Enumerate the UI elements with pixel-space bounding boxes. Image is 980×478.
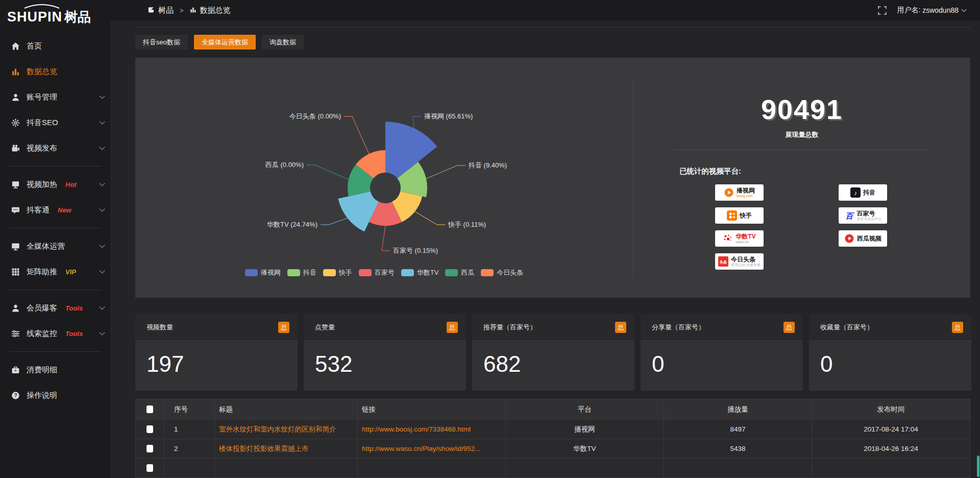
pie-label-0: 播视网 (65.61%)	[424, 112, 473, 120]
pie-label-line-3	[382, 226, 390, 251]
video-url-link[interactable]: http://www.wasu.cn/Play/show/id/952...	[362, 445, 481, 452]
pie-label-line-4	[321, 218, 348, 225]
chevron-down-icon	[99, 304, 105, 309]
total-badge[interactable]: 总	[447, 322, 458, 333]
legend-swatch	[401, 269, 414, 276]
chevron-down-icon	[99, 93, 105, 99]
video-title-link[interactable]: 楼体投影灯投影效果震撼上市	[219, 445, 309, 452]
platform-badge-3: 百百家号百家号原创平台	[839, 207, 887, 224]
rose-pie-chart: 播视网 (65.61%)抖音 (9.40%)快手 (0.11%)百家号 (0.1…	[135, 58, 633, 298]
sidebar-item-label: 消费明细	[27, 365, 57, 375]
video-url-link[interactable]: http://www.boosj.com/7338468.html	[362, 425, 471, 433]
legend-item-6[interactable]: 今日头条	[481, 268, 523, 277]
sidebar-item-9[interactable]: 会员爆客Tools	[0, 295, 110, 321]
row-checkbox[interactable]	[146, 445, 153, 452]
legend-label: 快手	[339, 268, 352, 277]
sidebar-item-11[interactable]: 消费明细	[0, 357, 110, 383]
row-checkbox[interactable]	[146, 464, 153, 472]
video-title-link[interactable]: 室外水纹灯和室内水纹灯的区别和简介	[219, 425, 336, 433]
pie-label-5: 西瓜 (0.00%)	[265, 161, 304, 169]
app-logo: SHUPIN树品	[0, 0, 110, 33]
user-menu[interactable]: 用户名: zswodun88	[897, 6, 966, 15]
cell-plays: 8497	[664, 420, 812, 439]
fullscreen-icon[interactable]	[878, 6, 887, 15]
summary-panel: 90491 展现量总数 已统计的视频平台: 播视网boosj.com♪抖音快手百…	[633, 58, 970, 298]
total-badge[interactable]: 总	[278, 322, 289, 333]
logo-text-en: SHUPIN	[7, 9, 62, 25]
breadcrumb-item-1[interactable]: 数据总览	[190, 6, 231, 15]
pie-label-line-1	[426, 165, 465, 179]
svg-text:?: ?	[14, 392, 17, 398]
sidebar-item-4[interactable]: 视频发布	[0, 135, 110, 161]
svg-text:百: 百	[845, 211, 854, 220]
total-badge[interactable]: 总	[615, 322, 626, 333]
chart-legend: 播视网抖音快手百家号华数TV西瓜今日头条	[135, 268, 633, 277]
cell-title: 室外水纹灯和室内水纹灯的区别和简介	[215, 420, 358, 439]
sidebar-item-label: 矩阵助推	[27, 267, 57, 277]
sidebar-item-0[interactable]: 首页	[0, 33, 110, 59]
legend-label: 百家号	[375, 268, 395, 277]
scrollbar-thumb[interactable]	[977, 456, 979, 477]
platform-sub: 你关心的,才是头条	[731, 263, 761, 267]
legend-item-5[interactable]: 西瓜	[445, 268, 474, 277]
total-badge[interactable]: 总	[952, 322, 963, 333]
sidebar-item-7[interactable]: 全媒体运营	[0, 233, 110, 259]
platform-name: 抖音	[863, 189, 875, 196]
stat-card-header: 推荐量（百家号）总	[472, 314, 634, 341]
col-header-5: 发布时间	[812, 399, 970, 420]
summary-divider	[674, 150, 929, 150]
platform-name: 百家号	[857, 210, 875, 217]
chat-icon	[11, 206, 20, 214]
legend-item-2[interactable]: 快手	[323, 268, 352, 277]
sidebar-item-label: 首页	[27, 41, 42, 51]
platform-name: 西瓜视频	[857, 235, 881, 242]
douyin-logo: ♪	[850, 187, 861, 198]
sidebar-item-2[interactable]: 账号管理	[0, 84, 110, 110]
sidebar-item-label: 数据总览	[27, 67, 57, 77]
sidebar-item-12[interactable]: ?操作说明	[0, 383, 110, 408]
wallet-icon	[11, 366, 20, 374]
sidebar: SHUPIN树品 首页数据总览账号管理抖音SEO视频发布视频加热Hot抖客通Ne…	[0, 0, 110, 478]
legend-item-0[interactable]: 播视网	[245, 268, 281, 277]
row-checkbox[interactable]	[146, 425, 153, 433]
tab-0[interactable]: 抖音seo数据	[135, 35, 188, 50]
total-badge[interactable]: 总	[783, 322, 795, 333]
table-row-2	[136, 459, 970, 478]
tab-1[interactable]: 全媒体运营数据	[194, 35, 256, 50]
legend-swatch	[323, 269, 336, 276]
breadcrumb: 树品>数据总览	[148, 6, 231, 15]
pie-label-line-6	[344, 116, 369, 154]
breadcrumb-item-0[interactable]: 树品	[148, 6, 174, 15]
video-camera-icon	[11, 144, 20, 153]
topbar-right: 用户名: zswodun88	[878, 6, 966, 15]
select-all-checkbox[interactable]	[146, 405, 153, 413]
sidebar-item-3[interactable]: 抖音SEO	[0, 110, 110, 135]
sidebar-item-1[interactable]: 数据总览	[0, 59, 110, 84]
main-area: 树品>数据总览 用户名: zswodun88 抖音seo数据全媒体运营数据询盘数…	[110, 0, 980, 478]
legend-item-3[interactable]: 百家号	[359, 268, 395, 277]
wasu-logo	[723, 233, 733, 244]
legend-item-1[interactable]: 抖音	[287, 268, 316, 277]
stat-card-value: 197	[135, 341, 298, 377]
row-select-cell	[136, 439, 164, 459]
sidebar-item-5[interactable]: 视频加热Hot	[0, 172, 110, 197]
sidebar-item-6[interactable]: 抖客通New	[0, 197, 110, 223]
chevron-down-icon	[962, 7, 967, 12]
sidebar-item-8[interactable]: 矩阵助推VIP	[0, 259, 110, 284]
cell-title: 楼体投影灯投影效果震撼上市	[215, 439, 358, 459]
cell-num	[164, 459, 215, 478]
tab-2[interactable]: 询盘数据	[262, 35, 304, 50]
pie-slice-4[interactable]	[338, 192, 379, 232]
sidebar-item-10[interactable]: 线索监控Tools	[0, 321, 110, 346]
sidebar-item-label: 视频发布	[27, 144, 57, 153]
row-select-cell	[136, 459, 164, 478]
breadcrumb-separator: >	[180, 7, 184, 14]
platform-badges: 播视网boosj.com♪抖音快手百百家号百家号原创平台华数TVwasu.cn西…	[715, 184, 970, 270]
stat-card-2: 推荐量（百家号）总682	[472, 314, 634, 391]
platform-badge-2: 快手	[715, 207, 764, 224]
username-value: zswodun88	[922, 6, 959, 14]
sidebar-item-badge: Tools	[65, 330, 83, 338]
pie-label-3: 百家号 (0.15%)	[393, 247, 438, 254]
legend-item-4[interactable]: 华数TV	[401, 268, 439, 277]
sidebar-item-label: 账号管理	[27, 92, 57, 102]
